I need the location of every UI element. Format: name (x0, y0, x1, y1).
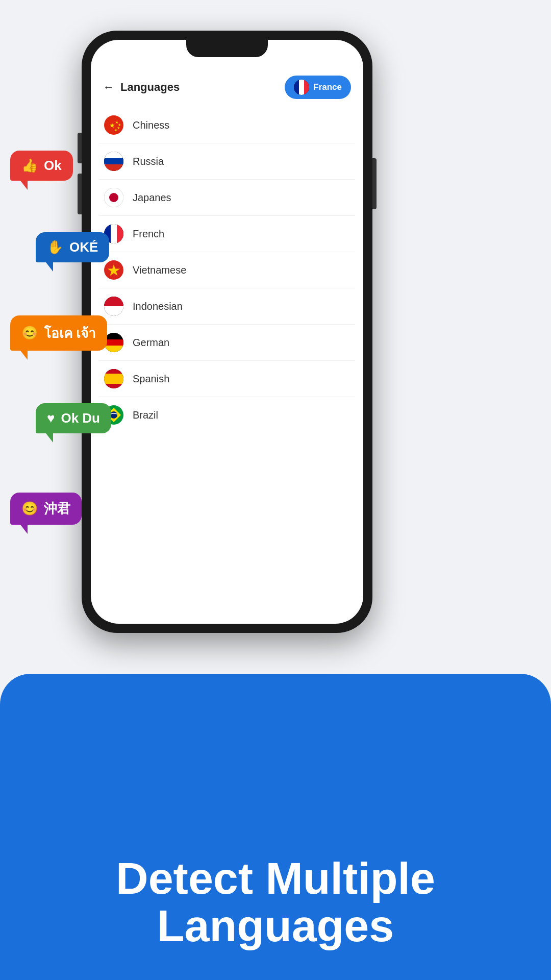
language-name: Indonesian (133, 301, 183, 312)
back-button[interactable]: ← (103, 81, 114, 94)
svg-rect-37 (104, 374, 123, 384)
svg-rect-4 (304, 80, 309, 95)
svg-rect-3 (299, 80, 304, 95)
phone-screen: ← Languages France (91, 40, 363, 624)
screen-content: ← Languages France (91, 65, 363, 624)
language-name: Japanes (133, 192, 171, 204)
svg-rect-22 (117, 224, 123, 243)
list-item[interactable]: Spanish (99, 361, 355, 397)
france-flag-icon (294, 80, 309, 95)
language-name: Chiness (133, 119, 169, 131)
language-name: Russia (133, 156, 164, 167)
svg-rect-28 (104, 306, 123, 316)
spain-flag-icon (104, 369, 123, 388)
list-item[interactable]: Indonesian (99, 288, 355, 325)
bubble-oke-text: OKÉ (69, 239, 98, 255)
selected-country-name: France (313, 82, 342, 92)
heart-icon: ♥ (47, 410, 55, 426)
bubble-ok: 👍 Ok (10, 151, 73, 181)
bubble-ok-text: Ok (44, 158, 62, 174)
vietnam-flag-icon (104, 260, 123, 280)
phone-frame: ← Languages France (82, 31, 372, 633)
svg-rect-33 (104, 346, 123, 352)
bubble-okdu-text: Ok Du (61, 410, 100, 426)
bottom-title-line2: Languages (31, 902, 520, 949)
phone-button-left (78, 133, 82, 163)
svg-rect-36 (104, 369, 123, 374)
language-name: Brazil (133, 409, 158, 421)
svg-rect-14 (104, 158, 123, 164)
hand-icon: ✋ (47, 239, 63, 255)
list-item[interactable]: French (99, 216, 355, 252)
svg-rect-21 (111, 224, 117, 243)
china-flag-icon: ★ ★ ★ ★ ★ (104, 115, 123, 135)
list-item[interactable]: ★ ★ ★ ★ ★ Chiness (99, 107, 355, 143)
language-name: French (133, 228, 164, 240)
smile-icon: 😊 (21, 325, 38, 341)
indonesia-flag-icon (104, 297, 123, 316)
japan-flag-icon (104, 188, 123, 207)
svg-text:★: ★ (114, 128, 117, 132)
bottom-title-line1: Detect Multiple (31, 855, 520, 902)
russia-flag-icon (104, 152, 123, 171)
list-item[interactable]: Brazil (99, 397, 355, 433)
bubble-thai-text: โอเค เจ้า (44, 323, 96, 344)
bubble-thai: 😊 โอเค เจ้า (10, 315, 107, 351)
phone-button-left2 (78, 174, 82, 214)
language-name: Vietnamese (133, 264, 186, 276)
phone-button-right (372, 158, 377, 209)
list-item[interactable]: German (99, 325, 355, 361)
list-item[interactable]: Vietnamese (99, 252, 355, 288)
page-title: Languages (120, 81, 180, 94)
list-item[interactable]: Japanes (99, 180, 355, 216)
language-name: German (133, 337, 169, 349)
face-icon: 😊 (21, 501, 38, 517)
bubble-oke: ✋ OKÉ (36, 232, 109, 262)
language-list: ★ ★ ★ ★ ★ Chiness (91, 107, 363, 433)
list-item[interactable]: Russia (99, 143, 355, 180)
svg-point-41 (110, 411, 117, 419)
svg-rect-2 (294, 80, 299, 95)
header-left: ← Languages (103, 81, 180, 94)
svg-rect-38 (104, 384, 123, 388)
svg-rect-13 (104, 152, 123, 158)
language-name: Spanish (133, 373, 169, 385)
bottom-section: Detect Multiple Languages (0, 855, 551, 949)
thumbs-up-icon: 👍 (21, 158, 38, 174)
svg-rect-15 (104, 164, 123, 171)
bubble-okdu: ♥ Ok Du (36, 403, 111, 433)
selected-country-badge[interactable]: France (285, 76, 351, 99)
bubble-jp-text: 沖君 (44, 500, 70, 518)
phone-notch (186, 40, 268, 57)
svg-point-17 (109, 193, 118, 202)
bubble-jp: 😊 沖君 (10, 493, 82, 525)
svg-rect-27 (104, 297, 123, 306)
header: ← Languages France (91, 76, 363, 107)
